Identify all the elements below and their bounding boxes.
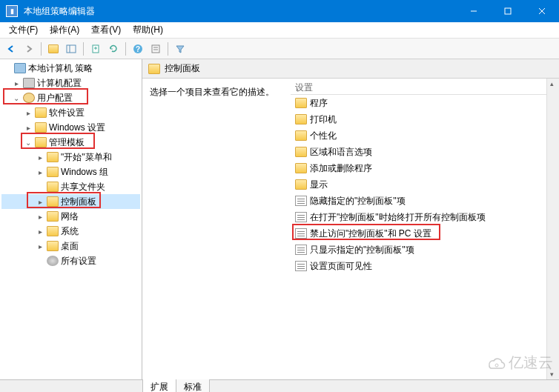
tree-item-control-panel[interactable]: ▸控制面板 [1,194,140,209]
gear-icon [47,256,59,266]
policy-icon [14,63,26,73]
tree-item-shared-folders[interactable]: 共享文件夹 [1,179,140,194]
setting-row[interactable]: 显示 [291,176,559,193]
tree-item-windows-comp[interactable]: ▸Windows 组 [1,165,140,179]
toolbar: ? [0,39,559,59]
setting-row[interactable]: 打印机 [291,111,559,127]
help-button[interactable]: ? [130,41,146,57]
folder-icon [35,107,47,118]
setting-label: 设置页面可见性 [310,260,372,273]
content-header: 控制面板 [142,59,559,79]
setting-label: 个性化 [310,130,337,142]
folder-icon [35,122,47,133]
setting-row[interactable]: 只显示指定的"控制面板"项 [291,242,559,258]
setting-label: 区域和语言选项 [310,146,372,159]
tree-item-all-settings[interactable]: 所有设置 [1,253,140,268]
folder-icon [295,147,307,157]
tree-item-admin-templates[interactable]: ⌄管理模板 [1,135,140,150]
tree-item-software[interactable]: ▸软件设置 [1,105,140,120]
setting-label: 隐藏指定的"控制面板"项 [310,195,406,207]
description-panel: 选择一个项目来查看它的描述。 [142,79,291,379]
close-button[interactable] [525,0,559,22]
setting-icon [295,245,307,255]
filter-button[interactable] [172,41,188,57]
setting-row[interactable]: 在打开"控制面板"时始终打开所有控制面板项 [291,209,559,225]
setting-row[interactable]: 设置页面可见性 [291,258,559,274]
folder-icon [295,114,307,124]
window-title: 本地组策略编辑器 [24,5,457,18]
menu-file[interactable]: 文件(F) [3,22,44,38]
separator [168,42,168,56]
setting-icon [295,261,307,271]
tabs-row: 扩展 标准 [0,379,559,392]
setting-icon [295,196,307,206]
settings-column-header[interactable]: 设置 [291,82,559,95]
description-prompt: 选择一个项目来查看它的描述。 [150,87,274,97]
setting-label: 添加或删除程序 [310,162,372,175]
tree-item-start-menu[interactable]: ▸"开始"菜单和 [1,150,140,165]
setting-label: 禁止访问"控制面板"和 PC 设置 [310,227,431,240]
tree-item-windows-settings[interactable]: ▸Windows 设置 [1,120,140,135]
tree-item-system[interactable]: ▸系统 [1,224,140,239]
folder-icon [47,152,59,162]
content-body: 选择一个项目来查看它的描述。 设置 程序打印机个性化区域和语言选项添加或删除程序… [142,79,559,379]
svg-rect-9 [152,45,159,53]
tree-item-computer-config[interactable]: ▸计算机配置 [1,76,140,90]
folder-icon [295,163,307,173]
setting-row[interactable]: 添加或删除程序 [291,160,559,176]
app-icon: ▮ [6,5,18,17]
forward-button[interactable] [21,41,37,57]
folder-icon [295,179,307,190]
svg-rect-1 [505,8,511,14]
back-button[interactable] [3,41,19,57]
computer-icon [23,78,35,88]
menu-view[interactable]: 查看(V) [85,22,127,38]
tree-item-desktop[interactable]: ▸桌面 [1,239,140,253]
setting-label: 在打开"控制面板"时始终打开所有控制面板项 [310,211,486,224]
export-button[interactable] [87,41,104,57]
menu-action[interactable]: 操作(A) [44,22,85,38]
refresh-button[interactable] [105,41,122,57]
setting-row[interactable]: 禁止访问"控制面板"和 PC 设置 [291,225,559,242]
settings-panel[interactable]: 设置 程序打印机个性化区域和语言选项添加或删除程序显示隐藏指定的"控制面板"项在… [291,79,559,379]
menu-help[interactable]: 帮助(H) [127,22,169,38]
setting-icon [295,212,307,222]
separator [125,42,126,56]
tab-extended[interactable]: 扩展 [142,379,176,392]
window-controls [457,0,559,22]
tab-standard[interactable]: 标准 [176,379,210,392]
tree-root[interactable]: 本地计算机 策略 [1,61,140,76]
folder-icon [295,98,307,108]
titlebar: ▮ 本地组策略编辑器 [0,0,559,22]
content-panel: 控制面板 选择一个项目来查看它的描述。 设置 程序打印机个性化区域和语言选项添加… [142,59,559,379]
scrollbar[interactable] [546,79,559,379]
up-button[interactable] [45,41,62,57]
setting-label: 打印机 [310,113,337,126]
properties-button[interactable] [148,41,164,57]
setting-row[interactable]: 程序 [291,95,559,111]
separator [41,42,42,56]
minimize-button[interactable] [457,0,491,22]
tree-item-user-config[interactable]: ⌄用户配置 [1,90,140,105]
setting-row[interactable]: 区域和语言选项 [291,144,559,160]
folder-icon [148,64,160,74]
folder-icon [47,211,59,222]
tree-panel[interactable]: 本地计算机 策略 ▸计算机配置 ⌄用户配置 ▸软件设置 ▸Windows 设置 … [0,59,142,379]
content-title: 控制面板 [165,62,200,75]
folder-icon [47,167,59,177]
setting-label: 程序 [310,97,328,110]
maximize-button[interactable] [491,0,525,22]
setting-icon [295,228,307,239]
folder-icon [47,226,59,236]
folder-icon [47,241,59,251]
tree-item-network[interactable]: ▸网络 [1,209,140,224]
main-area: 本地计算机 策略 ▸计算机配置 ⌄用户配置 ▸软件设置 ▸Windows 设置 … [0,59,559,379]
setting-row[interactable]: 个性化 [291,127,559,144]
folder-icon [35,137,47,147]
setting-row[interactable]: 隐藏指定的"控制面板"项 [291,193,559,209]
folder-icon [47,196,59,207]
show-hide-tree-button[interactable] [63,41,79,57]
user-icon [23,93,35,103]
setting-label: 只显示指定的"控制面板"项 [310,244,414,256]
folder-icon [295,130,307,141]
